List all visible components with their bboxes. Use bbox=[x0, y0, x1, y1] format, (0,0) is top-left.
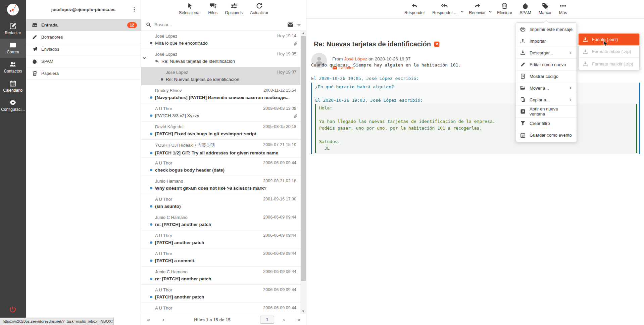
delete-button[interactable]: Eliminar bbox=[497, 2, 512, 18]
message-row[interactable]: A U Thor2001-09-16 17:00 (sin asunto) bbox=[141, 194, 300, 212]
thread-collapse-icon[interactable] bbox=[142, 55, 147, 59]
message-row[interactable]: A U Thor2006-06-09 09:44 [PATCH] another… bbox=[141, 285, 300, 303]
forward-icon bbox=[474, 2, 481, 9]
send-icon bbox=[32, 46, 38, 52]
sidebar-item-settings[interactable]: Configuraci... bbox=[0, 96, 26, 115]
folder-item-inbox[interactable]: Entrada 12 bbox=[26, 19, 141, 31]
reply-icon bbox=[411, 2, 418, 9]
folder-item-trash[interactable]: Papelera bbox=[26, 67, 141, 80]
message-row[interactable]: José LópezHoy 19:14 Mira lo que he encon… bbox=[141, 31, 300, 49]
message-row[interactable]: Junio C Hamano2006-06-09 09:44 re: [PATC… bbox=[141, 212, 300, 230]
options-button[interactable]: Opciones bbox=[225, 2, 243, 19]
more-button[interactable]: Más bbox=[559, 2, 567, 18]
forward-menu-caret-icon[interactable] bbox=[488, 10, 492, 14]
prev-page-button[interactable]: ‹ bbox=[162, 317, 164, 323]
message-row[interactable]: A U Thor2006-06-09 09:44 [PATCH] a commi… bbox=[141, 248, 300, 267]
trash-icon bbox=[501, 2, 508, 9]
unread-status-dot bbox=[150, 278, 152, 280]
scroll-down-arrow[interactable]: ▼ bbox=[300, 309, 306, 314]
forward-button[interactable]: Reenviar bbox=[469, 2, 486, 18]
sidebar-item-compose[interactable]: Redactar bbox=[0, 19, 26, 39]
select-button[interactable]: Seleccionar bbox=[179, 2, 201, 19]
gear-icon bbox=[9, 99, 16, 106]
menu-item-copy-to[interactable]: Copiar a... bbox=[516, 94, 577, 106]
sidebar-item-calendar[interactable]: Calendario bbox=[0, 77, 26, 96]
account-menu-button[interactable] bbox=[132, 6, 138, 13]
menu-item-edit-as-new[interactable]: Editar como nuevo bbox=[516, 59, 577, 71]
next-page-button[interactable]: › bbox=[283, 317, 285, 323]
chat-icon bbox=[209, 2, 216, 9]
message-date: 2006-06-09 09:44 bbox=[263, 269, 296, 274]
submenu-item-maildir-zip: Formato maildir (.zip) bbox=[579, 58, 639, 70]
mouse-cursor bbox=[602, 40, 609, 47]
pencil-icon bbox=[32, 34, 38, 40]
download-submenu: Fuente (.eml) Formato mbox (.zip) Format… bbox=[578, 33, 640, 70]
menu-item-show-source[interactable]: Mostrar código bbox=[516, 71, 577, 82]
reply-all-button[interactable]: Responder ... bbox=[432, 2, 457, 18]
search-options-chevron-icon[interactable] bbox=[297, 22, 301, 27]
folder-label: Enviados bbox=[41, 47, 59, 52]
open-in-new-window-icon[interactable] bbox=[434, 41, 440, 47]
message-sender: Dmitriy Blinov bbox=[155, 88, 261, 93]
sidebar-item-contacts[interactable]: Contactos bbox=[0, 58, 26, 77]
submenu-item-mbox-zip: Formato mbox (.zip) bbox=[579, 46, 639, 58]
scroll-up-arrow[interactable]: ▲ bbox=[300, 31, 306, 36]
folder-item-drafts[interactable]: Borradores bbox=[26, 31, 141, 43]
folder-item-spam[interactable]: SPAM bbox=[26, 55, 141, 67]
search-scope-envelope-icon[interactable] bbox=[287, 21, 294, 28]
message-row[interactable]: Junio Hamano2009-08-21 02:18 Why doesn't… bbox=[141, 176, 300, 194]
message-row[interactable]: Dmitriy Blinov2008-11-12 15:54 [Navy-pat… bbox=[141, 85, 300, 103]
menu-item-print[interactable]: Imprimir este mensaje bbox=[516, 24, 577, 35]
message-sender: A U Thor bbox=[155, 197, 260, 202]
message-row[interactable]: A U Thor2006-06-09 09:44 [PATCH] another… bbox=[141, 230, 300, 248]
sidebar-item-label: Configuraci... bbox=[0, 107, 26, 112]
trash-icon bbox=[32, 71, 38, 76]
list-scrollbar[interactable]: ▲ ▼ bbox=[300, 31, 306, 314]
search-input[interactable] bbox=[154, 22, 284, 27]
message-row-selected[interactable]: José LópezHoy 19:07 Re: Nuevas tarjetas … bbox=[141, 67, 300, 85]
last-page-button[interactable]: » bbox=[297, 317, 301, 323]
page-number-input[interactable]: 1 bbox=[260, 316, 274, 324]
unread-status-dot bbox=[150, 223, 152, 226]
submenu-item-label: Formato mbox (.zip) bbox=[592, 49, 631, 54]
quote-level-2: Hola: Ya han llegado las nuevas tarjetas… bbox=[315, 104, 637, 153]
menu-item-move-to[interactable]: Mover a... bbox=[516, 82, 577, 94]
scrollbar-thumb[interactable] bbox=[301, 36, 306, 281]
folder-item-sent[interactable]: Enviados bbox=[26, 43, 141, 55]
chevron-right-icon bbox=[568, 98, 573, 102]
message-row-partial[interactable]: A U Thor2006-06-09 09:44 bbox=[141, 303, 300, 314]
quote-level-1: ¿En qué horario habrá alguien? El 2020-1… bbox=[311, 83, 640, 154]
menu-item-download[interactable]: Descargar... bbox=[516, 47, 577, 59]
reply-all-menu-caret-icon[interactable] bbox=[460, 10, 464, 14]
mark-button[interactable]: Marcar bbox=[539, 2, 552, 18]
calendar-icon bbox=[520, 133, 526, 138]
refresh-button[interactable]: Actualizar bbox=[250, 2, 268, 19]
message-row[interactable]: YOSHIFUJI Hideaki / 吉藤英明2005-07-21 15:10… bbox=[141, 140, 300, 158]
menu-item-open-new-window[interactable]: Abrir en nueva ventana bbox=[516, 106, 577, 118]
message-row[interactable]: A U Thor2006-06-09 09:44 check bogus bod… bbox=[141, 158, 300, 176]
unread-status-dot bbox=[150, 241, 152, 244]
kebab-icon bbox=[132, 6, 137, 13]
threads-button[interactable]: Hilos bbox=[208, 2, 217, 19]
message-row[interactable]: A U Thor2008-08-08 13:08 [PATCH 3/3 v2] … bbox=[141, 103, 300, 122]
sliders-icon bbox=[230, 2, 237, 9]
menu-item-save-as-event[interactable]: Guardar como evento bbox=[516, 129, 577, 141]
options-label: Opciones bbox=[225, 10, 243, 15]
reply-all-icon bbox=[441, 2, 448, 9]
message-row[interactable]: Junio C Hamano2006-06-09 09:44 re: [PATC… bbox=[141, 267, 300, 285]
message-date: 2006-06-09 09:44 bbox=[263, 233, 296, 238]
sidebar-item-mail[interactable]: Correo bbox=[0, 39, 26, 58]
folder-icon bbox=[520, 85, 526, 91]
message-row-thread-parent[interactable]: José LópezHoy 19:05 Re: Nuevas tarjetas … bbox=[141, 49, 300, 67]
logout-button[interactable] bbox=[9, 306, 16, 313]
message-sender: Junio C Hamano bbox=[155, 215, 260, 220]
sender-link[interactable]: José López bbox=[344, 56, 367, 61]
menu-item-import[interactable]: Importar bbox=[516, 35, 577, 47]
message-subject: Re: Nuevas tarjetas de identificación bbox=[166, 77, 239, 82]
reply-button[interactable]: Responder bbox=[404, 2, 425, 18]
message-sender: A U Thor bbox=[155, 160, 260, 166]
spam-button[interactable]: SPAM bbox=[519, 2, 531, 18]
message-row[interactable]: David Kågedal2005-08-15 20:18 [PATCH] Fi… bbox=[141, 122, 300, 140]
menu-item-create-filter[interactable]: Crear filtro bbox=[516, 118, 577, 129]
first-page-button[interactable]: « bbox=[147, 317, 150, 323]
